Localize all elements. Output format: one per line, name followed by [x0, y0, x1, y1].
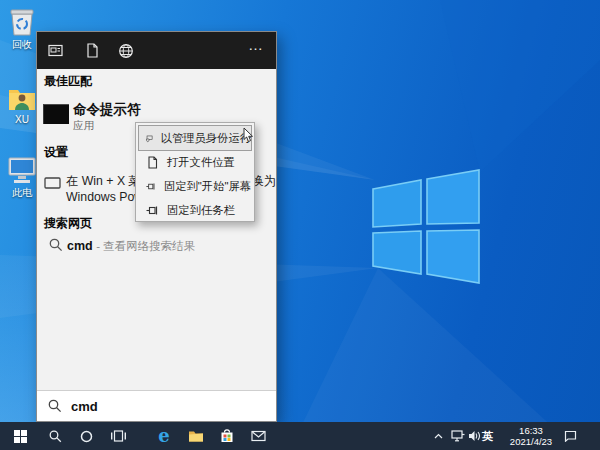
- speaker-icon: [468, 430, 481, 442]
- taskbar-search-button[interactable]: [44, 422, 66, 450]
- web-search-suffix: - 查看网络搜索结果: [96, 240, 195, 252]
- apps-filter-icon[interactable]: [48, 43, 63, 58]
- menu-item-pin-to-taskbar[interactable]: 固定到任务栏: [139, 198, 251, 222]
- windows-logo-icon: [14, 430, 27, 443]
- this-pc-icon: [7, 156, 37, 184]
- run-as-admin-icon: [146, 132, 153, 145]
- context-menu: 以管理员身份运行 打开文件位置 固定到"开始"屏幕 固定到任务栏: [135, 122, 255, 222]
- section-title-settings: 设置: [44, 144, 68, 161]
- task-view-button[interactable]: [107, 422, 129, 450]
- edge-icon: e: [158, 427, 169, 445]
- search-icon: [48, 399, 62, 413]
- mail-button[interactable]: [247, 422, 269, 450]
- result-subtitle: 应用: [73, 119, 94, 133]
- action-center-icon: [564, 430, 577, 442]
- more-filters-button[interactable]: …: [248, 36, 264, 53]
- menu-item-open-file-location[interactable]: 打开文件位置: [139, 150, 251, 174]
- file-explorer-button[interactable]: [185, 422, 207, 450]
- menu-item-label: 固定到任务栏: [167, 203, 235, 218]
- tray-network-button[interactable]: [449, 422, 467, 450]
- display-icon: [44, 177, 61, 189]
- web-search-query: cmd: [67, 239, 93, 253]
- tray-show-hidden-icons-button[interactable]: [430, 422, 446, 450]
- recycle-bin-icon: [9, 8, 35, 36]
- action-center-button[interactable]: [560, 422, 580, 450]
- store-icon: [220, 429, 234, 443]
- menu-item-run-as-administrator[interactable]: 以管理员身份运行: [139, 126, 251, 150]
- mail-icon: [251, 430, 266, 442]
- task-view-icon: [111, 430, 126, 442]
- mouse-cursor: [243, 127, 255, 143]
- search-flyout: … 最佳匹配 命令提示符 应用 设置 在 Win + X 菜单中将命令提示符替换…: [36, 31, 277, 422]
- menu-item-label: 固定到"开始"屏幕: [164, 179, 251, 194]
- cortana-button[interactable]: [75, 422, 97, 450]
- clock-date: 2021/4/23: [503, 436, 559, 447]
- tray-volume-button[interactable]: [466, 422, 482, 450]
- open-file-location-icon: [146, 156, 159, 169]
- menu-item-label: 打开文件位置: [167, 155, 235, 170]
- ime-language-indicator[interactable]: 英: [482, 429, 493, 444]
- section-title-best-match: 最佳匹配: [44, 73, 92, 90]
- start-button[interactable]: [9, 422, 31, 450]
- windows-logo-wallpaper: [373, 170, 479, 283]
- store-button[interactable]: [216, 422, 238, 450]
- search-input[interactable]: cmd: [37, 390, 276, 421]
- menu-item-pin-to-start[interactable]: 固定到"开始"屏幕: [139, 174, 251, 198]
- network-ethernet-icon: [451, 430, 465, 442]
- menu-item-label: 以管理员身份运行: [161, 131, 251, 146]
- web-filter-icon[interactable]: [118, 43, 133, 58]
- taskbar-clock[interactable]: 16:33 2021/4/23: [503, 425, 559, 447]
- search-icon: [49, 238, 63, 252]
- taskbar: e: [0, 422, 600, 450]
- file-explorer-icon: [188, 430, 204, 443]
- chevron-up-icon: [434, 433, 443, 439]
- pin-icon: [146, 204, 159, 217]
- command-prompt-icon: [43, 104, 69, 124]
- search-filter-bar: …: [37, 32, 276, 69]
- user-folder-icon: [8, 86, 36, 112]
- edge-button[interactable]: e: [153, 422, 175, 450]
- pin-icon: [146, 180, 156, 193]
- clock-time: 16:33: [503, 425, 559, 436]
- result-title: 命令提示符: [73, 101, 141, 119]
- search-input-value: cmd: [71, 399, 98, 414]
- cortana-icon: [80, 430, 93, 443]
- section-title-search-web: 搜索网页: [44, 215, 92, 232]
- search-icon: [49, 430, 62, 443]
- windows-desktop: 回收 XU 此电 …: [0, 0, 600, 450]
- documents-filter-icon[interactable]: [85, 43, 100, 58]
